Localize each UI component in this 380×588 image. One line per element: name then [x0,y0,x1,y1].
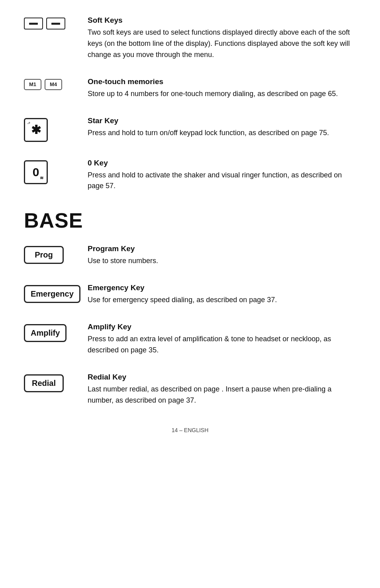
onetouch-desc: Store up to 4 numbers for one-touch memo… [88,88,356,100]
softkeys-section: Soft Keys Two soft keys are used to sele… [24,16,356,61]
soft-key-icon-1 [24,18,43,29]
progkey-section: Prog Program Key Use to store numbers. [24,244,356,267]
redialkey-section: Redial Redial Key Last number redial, as… [24,373,356,406]
softkeys-desc: Two soft keys are used to select functio… [88,27,356,61]
emergencykey-desc: Use for emergency speed dialing, as desc… [88,295,356,306]
starkey-section: ·° ✱ Star Key Press and hold to turn on/… [24,116,356,142]
emergency-button-icon: Emergency [24,285,80,303]
prog-button-icon: Prog [24,246,64,264]
progkey-desc: Use to store numbers. [88,256,356,267]
redialkey-text: Redial Key Last number redial, as descri… [88,373,356,406]
m4-button-icon: M4 [45,79,62,90]
emergencykey-icon-col: Emergency [24,283,88,303]
starkey-desc: Press and hold to turn on/off keypad loc… [88,128,356,139]
onetouch-title: One-touch memories [88,77,356,86]
starkey-title: Star Key [88,116,356,125]
amplifykey-title: Amplify Key [88,323,356,331]
starkey-icon-col: ·° ✱ [24,116,88,142]
soft-key-icon-2 [46,18,65,29]
redialkey-desc: Last number redial, as described on page… [88,384,356,406]
zerokey-text: 0 Key Press and hold to activate the sha… [88,159,356,192]
onetouch-text: One-touch memories Store up to 4 numbers… [88,77,356,100]
progkey-icon-col: Prog [24,244,88,264]
softkeys-title: Soft Keys [88,16,356,25]
wave-symbol: ≋ [40,175,43,181]
amplify-button-icon: Amplify [24,324,67,342]
softkeys-text: Soft Keys Two soft keys are used to sele… [88,16,356,61]
amplifykey-text: Amplify Key Press to add an extra level … [88,323,356,356]
emergencykey-text: Emergency Key Use for emergency speed di… [88,283,356,306]
onetouch-section: M1 M4 One-touch memories Store up to 4 n… [24,77,356,100]
progkey-text: Program Key Use to store numbers. [88,244,356,267]
amplifykey-section: Amplify Amplify Key Press to add an extr… [24,323,356,356]
zerokey-title: 0 Key [88,159,356,167]
emergencykey-title: Emergency Key [88,283,356,292]
base-heading: BASE [24,208,356,232]
zerokey-desc: Press and hold to activate the shaker an… [88,170,356,192]
redial-button-icon: Redial [24,374,64,392]
amplifykey-icon-col: Amplify [24,323,88,342]
star-symbol: ✱ [31,123,41,137]
redialkey-icon-col: Redial [24,373,88,392]
zero-char: 0 [33,165,39,179]
m1-button-icon: M1 [24,79,41,90]
zerokey-icon-col: 0 ≋ [24,159,88,184]
amplifykey-desc: Press to add an extra level of amplifica… [88,334,356,356]
progkey-title: Program Key [88,244,356,253]
onetouch-icons: M1 M4 [24,77,88,90]
emergencykey-section: Emergency Emergency Key Use for emergenc… [24,283,356,306]
zerokey-section: 0 ≋ 0 Key Press and hold to activate the… [24,159,356,192]
star-dot: ·° [27,122,30,126]
star-key-icon: ·° ✱ [24,118,48,142]
footer: 14 – ENGLISH [24,423,356,433]
softkeys-icons [24,16,88,29]
starkey-text: Star Key Press and hold to turn on/off k… [88,116,356,139]
redialkey-title: Redial Key [88,373,356,382]
zero-key-icon: 0 ≋ [24,160,48,184]
